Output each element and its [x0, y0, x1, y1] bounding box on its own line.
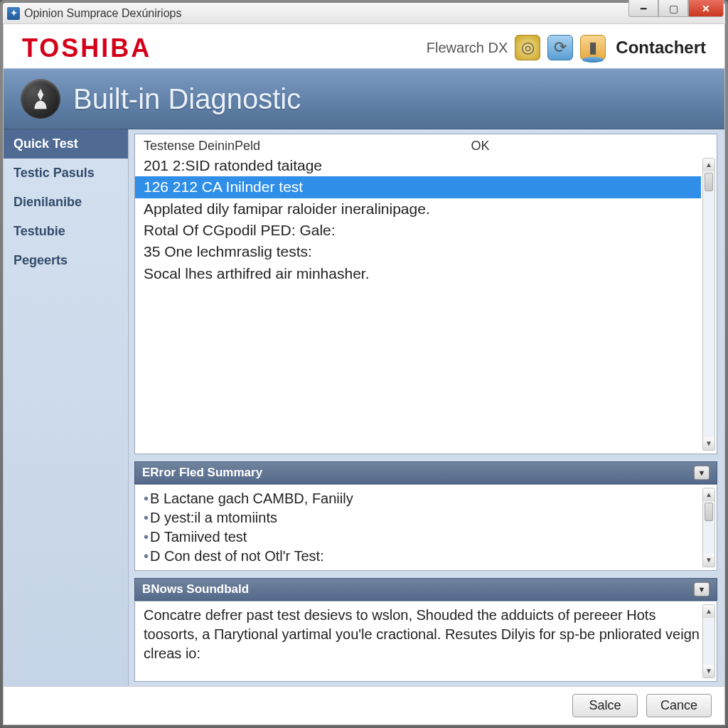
log-line[interactable]: 201 2:SID ratonded taitage — [144, 155, 717, 176]
summary-scrollbar[interactable]: ▲ ▼ — [702, 488, 715, 567]
sidebar-item-label: Quick Test — [14, 136, 78, 151]
log-col-status: OK — [471, 139, 708, 154]
summary-item: •D yest:il a mtomiints — [144, 508, 708, 528]
summary-item: •D Tamiived test — [144, 528, 708, 547]
cancel-button[interactable]: Cance — [646, 694, 712, 717]
brand-logo: TOSHIBA — [22, 32, 151, 63]
titlebar: ✦ Opinion Sumprace Dexúniriops — [3, 3, 725, 24]
scroll-down-icon[interactable]: ▼ — [703, 437, 714, 450]
diagnostic-icon — [21, 79, 60, 119]
maximize-button[interactable]: ▢ — [658, 0, 688, 17]
sidebar-item-testic-pasuls[interactable]: Testic Pasuls — [4, 159, 128, 188]
sound-header[interactable]: BNows Soundbald ▼ — [134, 578, 717, 601]
scroll-down-icon[interactable]: ▼ — [703, 665, 714, 678]
window-title: Opinion Sumprace Dexúniriops — [24, 7, 181, 20]
scroll-up-icon[interactable]: ▲ — [703, 605, 714, 618]
scroll-thumb[interactable] — [705, 503, 713, 521]
sidebar-item-label: Testubie — [14, 224, 65, 238]
log-line[interactable]: Rotal Of CGpodil PED: Gale: — [144, 220, 717, 241]
contact-label[interactable]: Contachert — [616, 38, 706, 58]
collapse-icon[interactable]: ▼ — [694, 582, 710, 596]
scroll-thumb[interactable] — [705, 173, 713, 191]
hero-banner: Built-in Diagnostic — [4, 68, 724, 129]
error-summary-section: ERror Fled Summary ▼ •B Lactane gach CAM… — [134, 461, 717, 571]
scroll-down-icon[interactable]: ▼ — [703, 554, 714, 567]
window-controls: ━ ▢ ✕ — [628, 0, 724, 17]
sidebar-item-dienilanibe[interactable]: Dienilanibe — [4, 188, 128, 217]
log-line[interactable]: 126 212 CA Inilnder test — [135, 176, 701, 198]
brand-header: TOSHIBA Flewarch DX ◎ ⟳ ▮ Contachert — [4, 24, 724, 68]
sound-text: Concatre defrer past test desievs to wsl… — [144, 607, 700, 661]
clipboard-icon[interactable]: ▮ — [580, 35, 606, 60]
sound-section: BNows Soundbald ▼ Concatre defrer past t… — [134, 578, 717, 682]
sidebar-item-label: Testic Pasuls — [14, 166, 95, 180]
save-button[interactable]: Salce — [572, 694, 638, 717]
log-body[interactable]: 201 2:SID ratonded taitage 126 212 CA In… — [135, 155, 717, 454]
minimize-button[interactable]: ━ — [628, 0, 658, 17]
sidebar-item-testubie[interactable]: Testubie — [4, 217, 128, 246]
summary-item: •D Con dest of not Otl'r Test: — [144, 547, 708, 566]
scroll-up-icon[interactable]: ▲ — [703, 159, 714, 171]
sidebar-item-pegeerts[interactable]: Pegeerts — [4, 246, 128, 275]
log-line[interactable]: 35 One lechmraslig tests: — [144, 241, 717, 262]
sidebar-item-quick-test[interactable]: Quick Test — [4, 129, 128, 159]
scroll-up-icon[interactable]: ▲ — [703, 488, 714, 501]
error-summary-body: •B Lactane gach CAMBD, Faniily •D yest:i… — [135, 485, 717, 570]
collapse-icon[interactable]: ▼ — [694, 466, 710, 480]
hero-title: Built-in Diagnostic — [73, 83, 301, 115]
footer: Salce Cance — [4, 686, 724, 724]
sound-scrollbar[interactable]: ▲ ▼ — [702, 604, 715, 678]
app-icon: ✦ — [7, 7, 20, 20]
sound-body: Concatre defrer past test desievs to wsl… — [135, 601, 717, 681]
error-summary-header[interactable]: ERror Fled Summary ▼ — [134, 461, 717, 484]
error-summary-title: ERror Fled Summary — [142, 466, 262, 480]
search-label: Flewarch DX — [427, 40, 508, 56]
log-line[interactable]: Socal lhes arthifred air minhasher. — [144, 263, 717, 284]
log-scrollbar[interactable]: ▲ ▼ — [702, 158, 715, 451]
refresh-icon[interactable]: ⟳ — [547, 35, 573, 60]
close-button[interactable]: ✕ — [688, 0, 724, 17]
test-log-panel: Testense DeininPeld OK 201 2:SID ratonde… — [134, 134, 717, 454]
sound-title: BNows Soundbald — [142, 582, 249, 596]
log-line[interactable]: Applated dily famipar raloider ineralini… — [144, 198, 717, 220]
sidebar: Quick Test Testic Pasuls Dienilanibe Tes… — [4, 129, 129, 686]
coin-icon[interactable]: ◎ — [515, 35, 540, 60]
summary-item: •B Lactane gach CAMBD, Faniily — [144, 489, 708, 508]
log-col-test: Testense DeininPeld — [144, 139, 471, 154]
log-header: Testense DeininPeld OK — [135, 134, 717, 155]
sidebar-item-label: Pegeerts — [14, 253, 68, 267]
sidebar-item-label: Dienilanibe — [14, 195, 82, 209]
